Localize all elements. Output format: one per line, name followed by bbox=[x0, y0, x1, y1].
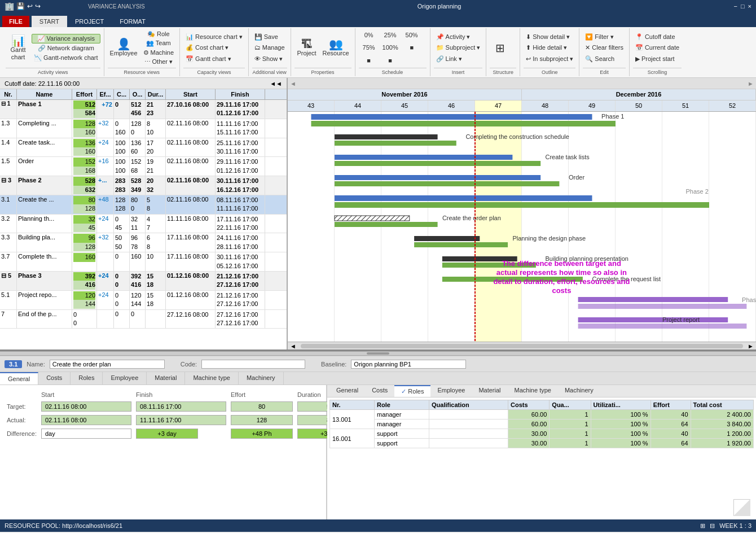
resource-btn[interactable]: 👥 Resource bbox=[320, 37, 351, 58]
name-input[interactable] bbox=[50, 360, 165, 369]
actual-start-input[interactable] bbox=[41, 415, 131, 425]
cutoff-date-btn[interactable]: 📍 Cutoff date bbox=[633, 33, 678, 41]
filter-btn[interactable]: 🔽 Filter ▾ bbox=[583, 33, 616, 41]
actual-finish-cell[interactable] bbox=[134, 413, 228, 427]
scroll-left-icon[interactable]: ◄ bbox=[288, 343, 298, 349]
table-row[interactable]: 1.3 Completing ... 128 160 +32 0160 1280… bbox=[0, 119, 287, 138]
sch-0-btn[interactable]: 0% bbox=[359, 31, 379, 40]
diff-start-cell[interactable] bbox=[39, 427, 134, 440]
actual-effort-cell[interactable] bbox=[228, 413, 295, 427]
rtab-material[interactable]: Material bbox=[472, 385, 507, 397]
table-row[interactable]: ⊟ 3 Phase 2 528 632 +... 283283 528349 2… bbox=[0, 176, 287, 195]
vertical-splitter[interactable] bbox=[0, 351, 756, 356]
tab-general[interactable]: General bbox=[0, 372, 38, 385]
status-icon-1[interactable]: ⊞ bbox=[700, 522, 705, 530]
scroll-track[interactable] bbox=[301, 344, 743, 348]
rtab-roles[interactable]: Roles bbox=[394, 385, 430, 397]
subproject-btn[interactable]: 📁 Subproject ▾ bbox=[434, 43, 483, 52]
save-view-btn[interactable]: 💾 Save bbox=[252, 33, 280, 41]
employee-large-btn[interactable]: 👤 Employee bbox=[108, 37, 140, 58]
target-finish-cell[interactable] bbox=[134, 400, 228, 413]
actual-finish-input[interactable] bbox=[136, 415, 226, 425]
structure-btn[interactable]: ⊞ bbox=[490, 41, 510, 55]
table-row[interactable]: support 30.00 1 100 % 64 1 920.00 bbox=[330, 439, 754, 448]
table-row[interactable]: 5.1 Project repo... 120 144 +24 00 12014… bbox=[0, 291, 287, 310]
rtab-general[interactable]: General bbox=[329, 385, 365, 397]
manage-btn[interactable]: 🗂 Manage bbox=[252, 43, 287, 52]
machine-btn[interactable]: ⚙ Machine bbox=[141, 49, 177, 57]
diff-effort-cell[interactable] bbox=[228, 427, 295, 440]
rtab-employee[interactable]: Employee bbox=[430, 385, 472, 397]
link-btn[interactable]: 🔗 Link ▾ bbox=[434, 55, 464, 63]
resource-chart-btn[interactable]: 📊 Resource chart ▾ bbox=[183, 33, 245, 41]
table-row[interactable]: manager 60.00 1 100 % 64 3 840.00 bbox=[330, 420, 754, 429]
hide-detail-btn[interactable]: ⬆ Hide detail ▾ bbox=[524, 43, 569, 52]
target-finish-input[interactable] bbox=[136, 401, 226, 412]
rtab-machinery[interactable]: Machinery bbox=[558, 385, 600, 397]
other-btn[interactable]: ⋯ Other ▾ bbox=[141, 58, 177, 66]
maximize-btn[interactable]: □ bbox=[741, 3, 745, 10]
table-row[interactable]: 3.1 Create the ... 80 128 +48 128128 800… bbox=[0, 195, 287, 215]
target-effort-input[interactable] bbox=[231, 401, 293, 412]
sch-100-btn[interactable]: 100% bbox=[380, 43, 401, 52]
activity-insert-btn[interactable]: 📌 Activity ▾ bbox=[434, 33, 473, 41]
in-subproject-btn[interactable]: ↩ In subproject ▾ bbox=[524, 55, 575, 63]
show-btn[interactable]: 👁 Show ▾ bbox=[252, 55, 285, 63]
sch-s2-btn[interactable]: ■ bbox=[359, 56, 379, 65]
table-row[interactable]: 3.2 Planning th... 32 45 +24 045 3211 47 bbox=[0, 215, 287, 234]
window-controls[interactable]: − □ × bbox=[733, 3, 751, 10]
table-row[interactable]: ⊟ 5 Phase 3 392 416 +24 00 392416 1518 bbox=[0, 272, 287, 291]
tab-roles[interactable]: Roles bbox=[71, 372, 103, 385]
diff-start-input[interactable] bbox=[41, 429, 131, 439]
table-row[interactable]: 1.4 Create task... 136 160 +24 100100 13… bbox=[0, 138, 287, 158]
quick-access-save[interactable]: 💾 bbox=[16, 2, 25, 10]
close-btn[interactable]: × bbox=[748, 3, 751, 10]
actual-start-cell[interactable] bbox=[39, 413, 134, 427]
table-row[interactable]: 3.7 Complete th... 160 0 160 10 17.11.16… bbox=[0, 252, 287, 272]
table-row[interactable]: 16.001 support 30.00 1 100 % 40 1 200.00 bbox=[330, 429, 754, 439]
cost-chart-btn[interactable]: 💰 Cost chart ▾ bbox=[183, 43, 231, 52]
sch-50-btn[interactable]: 50% bbox=[402, 31, 422, 40]
sch-75-btn[interactable]: 75% bbox=[359, 43, 379, 52]
file-tab[interactable]: FILE bbox=[2, 16, 29, 27]
project-start-btn[interactable]: ▶ Project start bbox=[633, 55, 677, 63]
tab-machine-type[interactable]: Machine type bbox=[185, 372, 238, 385]
target-start-cell[interactable] bbox=[39, 400, 134, 413]
target-effort-cell[interactable] bbox=[228, 400, 295, 413]
variance-analysis-btn[interactable]: 📈 Variance analysis bbox=[32, 34, 100, 43]
project-btn[interactable]: 🏗 Project bbox=[295, 37, 319, 58]
project-tab[interactable]: PROJECT bbox=[67, 16, 112, 27]
sch-s1-btn[interactable]: ■ bbox=[402, 43, 422, 52]
rtab-costs[interactable]: Costs bbox=[365, 385, 394, 397]
collapse-btn[interactable]: ◄◄ bbox=[270, 80, 282, 87]
table-row[interactable]: ⊟ 1 Phase 1 512 584 +72 0 5 bbox=[0, 100, 287, 119]
gantt-chart-view-btn[interactable]: 📅 Gantt chart ▾ bbox=[183, 55, 233, 63]
nav-right-icon[interactable]: ► bbox=[748, 80, 754, 87]
quick-access-redo[interactable]: ↪ bbox=[35, 2, 41, 10]
tab-material[interactable]: Material bbox=[147, 372, 185, 385]
nav-left-icon[interactable]: ◄ bbox=[290, 80, 296, 87]
gantt-network-btn[interactable]: 📉 Gantt-network chart bbox=[32, 54, 100, 62]
format-tab[interactable]: FORMAT bbox=[112, 16, 153, 27]
tab-employee[interactable]: Employee bbox=[103, 372, 147, 385]
table-row[interactable]: 13.001 manager 60.00 1 100 % 40 2 400.00 bbox=[330, 410, 754, 420]
gantt-chart-btn[interactable]: 📊 Ganttchart bbox=[6, 34, 30, 62]
team-btn[interactable]: 👥 Team bbox=[141, 39, 177, 47]
scroll-right-icon[interactable]: ► bbox=[745, 343, 756, 349]
table-row[interactable]: 1.5 Order 152 168 +16 100100 15268 1921 bbox=[0, 157, 287, 176]
diff-effort-input[interactable] bbox=[231, 429, 293, 439]
tab-costs[interactable]: Costs bbox=[38, 372, 71, 385]
tab-machinery[interactable]: Machinery bbox=[239, 372, 284, 385]
start-tab[interactable]: START bbox=[32, 15, 67, 27]
search-btn[interactable]: 🔍 Search bbox=[583, 55, 617, 63]
show-detail-btn[interactable]: ⬇ Show detail ▾ bbox=[524, 33, 572, 41]
quick-access-undo[interactable]: ↩ bbox=[27, 2, 33, 10]
status-icon-2[interactable]: ⊟ bbox=[710, 522, 715, 530]
minimize-btn[interactable]: − bbox=[733, 3, 737, 10]
diff-finish-cell[interactable] bbox=[134, 427, 228, 440]
code-input[interactable] bbox=[201, 360, 305, 369]
horizontal-scrollbar[interactable]: ◄ ► bbox=[288, 342, 756, 349]
clear-filters-btn[interactable]: ✕ Clear filters bbox=[583, 43, 626, 52]
role-btn[interactable]: 🎭 Role bbox=[141, 30, 177, 38]
table-row[interactable]: 3.3 Building pla... 96 128 +32 5050 9678… bbox=[0, 233, 287, 252]
